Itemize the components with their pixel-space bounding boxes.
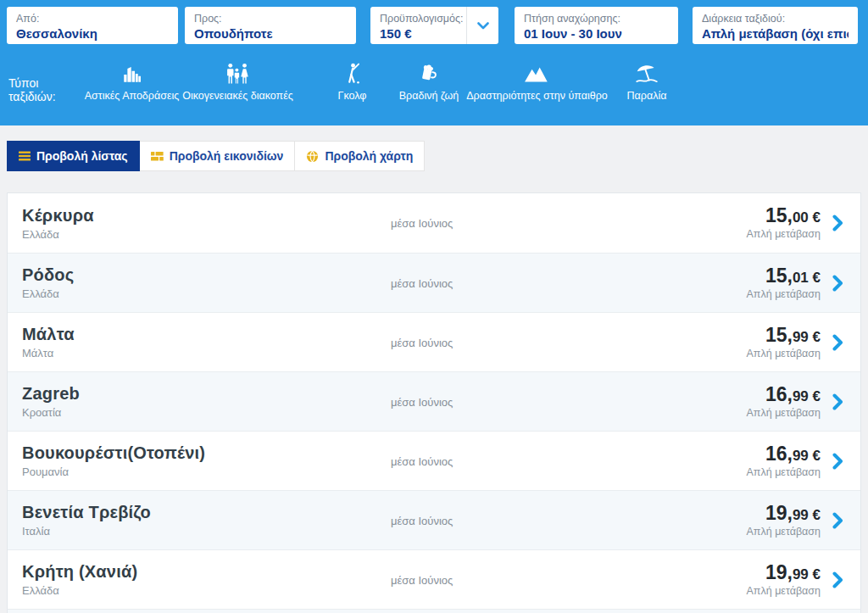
price-decimal: 99 € (793, 448, 821, 464)
fare-type: Απλή μετάβαση (747, 288, 821, 300)
budget-dropdown-toggle[interactable] (466, 7, 498, 44)
trip-type-filter[interactable]: Παραλία (621, 63, 672, 102)
chevron-right-icon (832, 512, 843, 529)
trip-type-filter[interactable]: Βραδινή ζωή (395, 63, 463, 102)
destination-row[interactable]: Βενετία Τρεβίζο Ιταλία μέσα Ιούνιος 19,9… (8, 490, 860, 549)
destination-name: Κέρκυρα (22, 206, 372, 226)
price: 15,00 € (747, 206, 821, 226)
row-arrow-button[interactable] (832, 453, 843, 470)
destination-name: Βενετία Τρεβίζο (22, 503, 372, 522)
price-integer: 16, (765, 443, 793, 465)
field-label: Διάρκεια ταξιδιού: (702, 12, 849, 25)
field-label: Προϋπολογισμός: (380, 12, 457, 25)
chevron-right-icon (832, 215, 843, 231)
destination-row[interactable]: Ρόδος Ελλάδα μέσα Ιούνιος 15,01 € Απλή μ… (8, 253, 860, 312)
fare-type: Απλή μετάβαση (747, 526, 821, 538)
travel-period: μέσα Ιούνιος (391, 514, 453, 527)
destination-row[interactable]: Μάλτα Μάλτα μέσα Ιούνιος 15,99 € Απλή με… (8, 312, 860, 371)
travel-period: μέσα Ιούνιος (391, 276, 453, 289)
trip-type-label: Δραστηριότητες στην ύπαιθρο (466, 90, 607, 102)
view-tab[interactable]: Προβολή λίστας (7, 141, 140, 171)
fare-type: Απλή μετάβαση (747, 407, 821, 419)
destination-row[interactable]: Zagreb Κροατία μέσα Ιούνιος 16,99 € Απλή… (8, 371, 860, 431)
row-arrow-button[interactable] (832, 275, 843, 292)
price-integer: 19, (765, 561, 793, 583)
destination-country: Ελλάδα (22, 584, 372, 597)
price-integer: 16, (765, 383, 793, 405)
beer-icon (418, 63, 441, 85)
field-value: 150 € (380, 25, 457, 42)
golf-icon (342, 63, 363, 85)
chevron-right-icon (832, 275, 843, 292)
travel-period: μέσα Ιούνιος (391, 336, 453, 348)
trip-type-filter[interactable]: Οικογενειακές διακοπές (181, 63, 295, 102)
price-integer: 15, (765, 204, 793, 226)
row-arrow-button[interactable] (832, 571, 843, 588)
mountains-icon (524, 63, 551, 85)
search-fields: Από: Θεσσαλονίκη Προς: Οπουδήποτε Προϋπο… (7, 7, 861, 44)
row-arrow-button[interactable] (832, 393, 843, 410)
row-arrow-button[interactable] (832, 512, 843, 529)
search-field[interactable]: Προϋπολογισμός: 150 € (370, 7, 498, 44)
destination-name: Zagreb (22, 384, 372, 404)
price: 16,99 € (747, 444, 821, 464)
field-label: Από: (16, 12, 169, 25)
destination-country: Ελλάδα (22, 287, 372, 300)
travel-period: μέσα Ιούνιος (391, 395, 453, 408)
destination-name: Κρήτη (Χανιά) (22, 562, 372, 582)
destination-row[interactable]: Κέρκυρα Ελλάδα μέσα Ιούνιος 15,00 € Απλή… (8, 193, 860, 253)
search-field[interactable]: Πτήση αναχώρησης: 01 Ιουν - 30 Ιουν (515, 7, 678, 44)
view-tab[interactable]: Προβολή εικονιδίων (140, 141, 296, 171)
search-field[interactable]: Διάρκεια ταξιδιού: Απλή μετάβαση (όχι επ… (693, 7, 858, 44)
trip-type-filter[interactable]: Αστικές Αποδράσεις (83, 63, 181, 102)
destination-country: Ρουμανία (22, 465, 372, 478)
trip-type-label: Οικογενειακές διακοπές (182, 90, 293, 102)
view-tab[interactable]: Προβολή χάρτη (295, 141, 425, 171)
price: 19,99 € (747, 504, 821, 523)
tab-label: Προβολή χάρτη (325, 149, 413, 163)
row-arrow-button[interactable] (832, 215, 843, 231)
field-value: Οπουδήποτε (194, 25, 347, 42)
destination-row[interactable]: Βουκουρέστι(Οτοπένι) Ρουμανία μέσα Ιούνι… (8, 431, 860, 490)
price: 15,01 € (747, 266, 821, 286)
chevron-right-icon (832, 393, 843, 410)
search-field[interactable]: Από: Θεσσαλονίκη (7, 7, 178, 44)
city-icon (121, 63, 143, 85)
trip-type-label: Αστικές Αποδράσεις (85, 90, 180, 102)
search-field[interactable]: Προς: Οπουδήποτε (185, 7, 356, 44)
destination-country: Μάλτα (22, 347, 372, 359)
price-decimal: 00 € (793, 209, 821, 226)
price: 19,99 € (747, 563, 821, 582)
price-decimal: 99 € (793, 388, 821, 404)
destination-country: Κροατία (22, 406, 372, 419)
price-decimal: 01 € (793, 270, 821, 286)
price-integer: 15, (765, 265, 793, 287)
field-value: Απλή μετάβαση (όχι επιστρο (702, 25, 849, 42)
row-arrow-button[interactable] (832, 334, 843, 351)
destination-name: Μάλτα (22, 325, 372, 344)
destination-country: Ιταλία (22, 525, 372, 538)
price-integer: 19, (765, 502, 793, 524)
tab-label: Προβολή εικονιδίων (170, 149, 284, 163)
grid-view-icon (151, 151, 164, 162)
price-integer: 15, (765, 324, 793, 346)
trip-type-filter[interactable]: Γκολφ (333, 63, 371, 102)
trip-type-filter[interactable]: Δραστηριότητες στην ύπαιθρο (463, 63, 611, 102)
price-decimal: 99 € (793, 329, 821, 345)
trip-type-label: Βραδινή ζωή (399, 90, 459, 102)
price-decimal: 99 € (793, 507, 821, 523)
trip-type-label: Γκολφ (338, 90, 367, 102)
destination-row[interactable]: Κρήτη (Χανιά) Ελλάδα μέσα Ιούνιος 19,99 … (8, 549, 860, 609)
results-list: Κέρκυρα Ελλάδα μέσα Ιούνιος 15,00 € Απλή… (7, 192, 861, 609)
travel-period: μέσα Ιούνιος (391, 217, 453, 230)
travel-period: μέσα Ιούνιος (391, 573, 453, 586)
destination-name: Βουκουρέστι(Οτοπένι) (22, 443, 372, 463)
field-label: Πτήση αναχώρησης: (524, 12, 669, 25)
travel-period: μέσα Ιούνιος (391, 454, 453, 467)
chevron-right-icon (832, 334, 843, 351)
search-header: Από: Θεσσαλονίκη Προς: Οπουδήποτε Προϋπο… (0, 0, 868, 125)
beach-icon (635, 63, 659, 85)
map-view-icon (306, 150, 319, 163)
fare-type: Απλή μετάβαση (747, 348, 821, 359)
destination-name: Ρόδος (22, 265, 372, 285)
